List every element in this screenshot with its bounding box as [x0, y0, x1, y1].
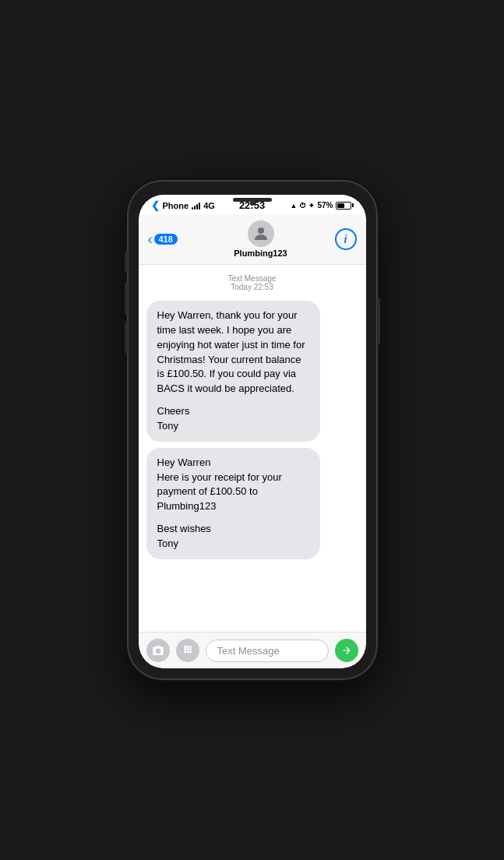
- signal-bar-3: [196, 204, 198, 210]
- signal-bar-1: [192, 207, 193, 210]
- signal-icon: [192, 202, 200, 210]
- timestamp-type-label: Text Message: [146, 274, 358, 283]
- messages-area: Text Message Today 22:53 Hey Warren, tha…: [139, 265, 366, 632]
- volume-up-button[interactable]: [125, 282, 128, 315]
- message-input-placeholder: Text Message: [217, 645, 280, 657]
- screen: ❮ Phone 4G 22:53 ▲ ⏱ ✦ 57%: [139, 195, 366, 668]
- location-icon: ▲: [291, 202, 298, 210]
- signal-bar-2: [194, 206, 196, 210]
- signal-bar-4: [199, 203, 200, 210]
- message-input[interactable]: Text Message: [206, 640, 329, 662]
- bubble2-sign: Best wishesTony: [157, 522, 309, 552]
- nav-bar: ‹ 418 Plumbing123 i: [139, 214, 366, 265]
- message-timestamp: Text Message Today 22:53: [146, 274, 358, 291]
- person-icon: [252, 224, 270, 243]
- carrier-label: Phone: [163, 201, 189, 210]
- back-button[interactable]: ‹ 418: [148, 232, 187, 246]
- volume-down-button[interactable]: [125, 321, 128, 354]
- bluetooth-icon: ✦: [308, 202, 315, 210]
- input-bar: Text Message: [139, 632, 366, 668]
- camera-icon: [152, 644, 164, 657]
- nav-center: Plumbing123: [187, 220, 335, 258]
- back-chevron-icon: ❮: [151, 199, 160, 211]
- status-left: ❮ Phone 4G: [151, 199, 215, 211]
- bubble1-body: Hey Warren, thank you for your time last…: [157, 308, 309, 397]
- back-chevron-icon: ‹: [148, 232, 153, 246]
- svg-point-0: [258, 227, 264, 234]
- contact-name-label: Plumbing123: [234, 248, 287, 258]
- send-button[interactable]: [335, 639, 358, 662]
- phone-frame: ❮ Phone 4G 22:53 ▲ ⏱ ✦ 57%: [128, 181, 377, 679]
- speaker-bar: [233, 198, 272, 202]
- contact-avatar[interactable]: [248, 220, 274, 247]
- bubble1-sign: CheersTony: [157, 404, 309, 434]
- status-right: ▲ ⏱ ✦ 57%: [291, 201, 354, 210]
- network-label: 4G: [203, 201, 215, 210]
- appstore-icon: [182, 644, 194, 657]
- alarm-icon: ⏱: [299, 202, 306, 210]
- message-bubble-1: Hey Warren, thank you for your time last…: [146, 301, 320, 442]
- screen-area: ❮ Phone 4G 22:53 ▲ ⏱ ✦ 57%: [139, 195, 366, 668]
- power-button[interactable]: [377, 298, 380, 344]
- bubble2-body: Hey WarrenHere is your receipt for your …: [157, 456, 309, 514]
- camera-button[interactable]: [146, 639, 170, 662]
- message-bubble-2: Hey WarrenHere is your receipt for your …: [146, 448, 320, 559]
- appstore-button[interactable]: [176, 639, 199, 662]
- info-icon: i: [344, 233, 347, 245]
- battery-percent-label: 57%: [317, 201, 333, 210]
- send-icon: [341, 645, 352, 656]
- mute-button[interactable]: [125, 251, 128, 273]
- back-badge[interactable]: 418: [154, 234, 178, 245]
- timestamp-date-label: Today 22:53: [146, 283, 358, 291]
- info-button[interactable]: i: [335, 228, 357, 250]
- battery-icon: [336, 202, 354, 210]
